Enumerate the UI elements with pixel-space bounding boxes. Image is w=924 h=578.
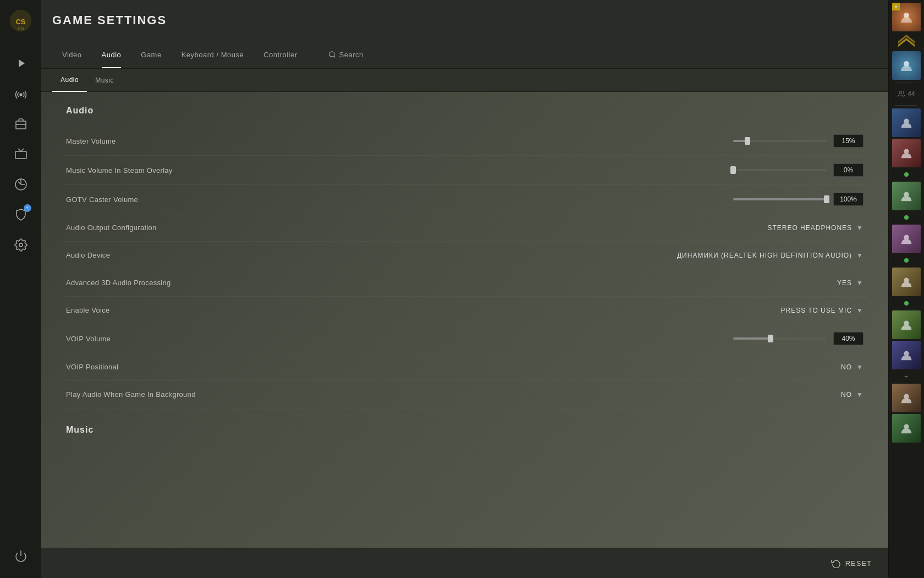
- slider-value-music-volume-overlay: 0%: [833, 163, 864, 177]
- sidebar-icons-list: +: [7, 41, 35, 534]
- avatar-image-decorated: [892, 51, 921, 80]
- sidebar-icon-stats[interactable]: [7, 171, 35, 198]
- friend-avatar-7[interactable]: [892, 341, 921, 369]
- sub-tab-music[interactable]: Music: [87, 69, 122, 92]
- slider-thumb-master-volume: [745, 137, 750, 145]
- row-voip-volume: VOIP Volume 40%: [63, 324, 866, 353]
- dropdown-audio-output-config[interactable]: STEREO HEADPHONES ▼: [767, 224, 864, 232]
- friends-count-icon: [898, 90, 905, 98]
- slider-master-volume[interactable]: 15%: [733, 134, 864, 148]
- friend-avatar-decorated[interactable]: [892, 51, 921, 80]
- sidebar-icon-power[interactable]: [7, 542, 35, 570]
- search-tab-label: Search: [339, 51, 364, 59]
- tab-audio[interactable]: Audio: [92, 41, 131, 68]
- section-title-audio: Audio: [63, 106, 866, 116]
- logo-area: CS GO: [0, 0, 41, 41]
- streaming-indicator-5: +: [892, 371, 921, 382]
- right-sidebar: ★ 44: [888, 0, 924, 578]
- control-master-volume: 15%: [258, 134, 864, 148]
- label-advanced-3d-audio: Advanced 3D Audio Processing: [66, 279, 258, 287]
- friend-avatar-2[interactable]: [892, 139, 921, 167]
- search-icon: [328, 51, 336, 58]
- control-voip-positional: NO ▼: [258, 363, 864, 371]
- svg-rect-7: [15, 151, 26, 159]
- control-audio-output-config: STEREO HEADPHONES ▼: [258, 224, 864, 232]
- row-master-volume: Master Volume 15%: [63, 127, 866, 156]
- svg-text:GO: GO: [18, 26, 24, 31]
- svg-point-11: [19, 243, 23, 247]
- slider-thumb-gotv-caster-volume: [824, 195, 829, 203]
- friend-avatar-top[interactable]: ★: [892, 3, 921, 31]
- friend-avatar-4[interactable]: [892, 225, 921, 253]
- avatar-img-2: [892, 139, 921, 167]
- tab-keyboard-mouse[interactable]: Keyboard / Mouse: [172, 41, 254, 68]
- dropdown-voip-positional[interactable]: NO ▼: [841, 363, 864, 371]
- tab-search[interactable]: Search: [318, 41, 373, 68]
- dropdown-arrow-advanced-3d-audio: ▼: [856, 279, 864, 287]
- avatar-img-3: [892, 182, 921, 210]
- sidebar-icon-inventory[interactable]: [7, 110, 35, 138]
- slider-track-gotv-caster-volume: [733, 198, 827, 200]
- slider-gotv-caster-volume[interactable]: 100%: [733, 193, 864, 206]
- tab-game[interactable]: Game: [131, 41, 171, 68]
- svg-rect-5: [16, 121, 26, 129]
- avatar-img-4: [892, 225, 921, 253]
- avatar-img-5: [892, 268, 921, 296]
- online-dot-2: [904, 215, 909, 220]
- control-play-audio-background: NO ▼: [258, 391, 864, 399]
- tab-video[interactable]: Video: [52, 41, 92, 68]
- friend-avatar-9[interactable]: [892, 414, 921, 443]
- avatar-img-7: [892, 341, 921, 369]
- dropdown-enable-voice[interactable]: PRESS TO USE MIC ▼: [781, 307, 864, 314]
- tab-controller[interactable]: Controller: [254, 41, 307, 68]
- dropdown-arrow-audio-device: ▼: [856, 252, 864, 259]
- reset-icon: [831, 558, 841, 568]
- control-gotv-caster-volume: 100%: [258, 193, 864, 206]
- row-advanced-3d-audio: Advanced 3D Audio Processing YES ▼: [63, 269, 866, 297]
- label-audio-output-config: Audio Output Configuration: [66, 223, 258, 232]
- control-music-volume-overlay: 0%: [258, 163, 864, 177]
- friend-avatar-8[interactable]: [892, 384, 921, 412]
- slider-voip-volume[interactable]: 40%: [733, 332, 864, 345]
- slider-value-gotv-caster-volume: 100%: [833, 193, 864, 206]
- csgo-logo-icon: CS GO: [8, 8, 33, 33]
- dropdown-value-audio-device: ДИНАМИКИ (REALTEK HIGH DEFINITION AUDIO): [677, 252, 852, 259]
- avatar-img-6: [892, 310, 921, 339]
- row-play-audio-background: Play Audio When Game In Background NO ▼: [63, 381, 866, 408]
- control-advanced-3d-audio: YES ▼: [258, 279, 864, 287]
- sidebar-icon-broadcast[interactable]: [7, 80, 35, 107]
- dropdown-audio-device[interactable]: ДИНАМИКИ (REALTEK HIGH DEFINITION AUDIO)…: [677, 252, 864, 259]
- friend-avatar-1[interactable]: [892, 108, 921, 137]
- friend-avatar-6[interactable]: [892, 310, 921, 339]
- dropdown-arrow-enable-voice: ▼: [856, 307, 864, 314]
- dropdown-value-audio-output-config: STEREO HEADPHONES: [767, 224, 852, 232]
- sidebar-icon-settings[interactable]: [7, 231, 35, 259]
- online-dot-4: [904, 301, 909, 306]
- slider-music-volume-overlay[interactable]: 0%: [733, 163, 864, 177]
- online-dot-1: [904, 172, 909, 177]
- sidebar-icon-play[interactable]: [7, 50, 35, 77]
- sidebar-icon-tv[interactable]: [7, 140, 35, 168]
- nav-tabs-bar: Video Audio Game Keyboard / Mouse Contro…: [41, 41, 888, 69]
- sidebar-icon-shield[interactable]: +: [7, 201, 35, 228]
- main-area: GAME SETTINGS Video Audio Game Keyboard …: [41, 0, 888, 578]
- reset-button[interactable]: RESET: [831, 558, 872, 568]
- label-master-volume: Master Volume: [66, 137, 258, 145]
- dropdown-value-enable-voice: PRESS TO USE MIC: [781, 307, 853, 314]
- online-dot-3: [904, 258, 909, 263]
- sub-tabs-bar: Audio Music: [41, 69, 888, 92]
- svg-point-13: [329, 52, 334, 57]
- streaming-indicator-4: [892, 298, 921, 309]
- dropdown-play-audio-background[interactable]: NO ▼: [841, 391, 864, 399]
- streaming-indicator-3: [892, 255, 921, 266]
- sub-tab-audio[interactable]: Audio: [52, 69, 87, 92]
- add-icon: +: [903, 373, 910, 380]
- row-audio-output-config: Audio Output Configuration STEREO HEADPH…: [63, 214, 866, 242]
- streaming-indicator-2: [892, 212, 921, 223]
- reset-label: RESET: [845, 559, 872, 568]
- bottom-bar: RESET: [41, 548, 888, 578]
- slider-thumb-voip-volume: [768, 335, 773, 342]
- friend-avatar-3[interactable]: [892, 182, 921, 210]
- friend-avatar-5[interactable]: [892, 268, 921, 296]
- dropdown-advanced-3d-audio[interactable]: YES ▼: [837, 279, 864, 287]
